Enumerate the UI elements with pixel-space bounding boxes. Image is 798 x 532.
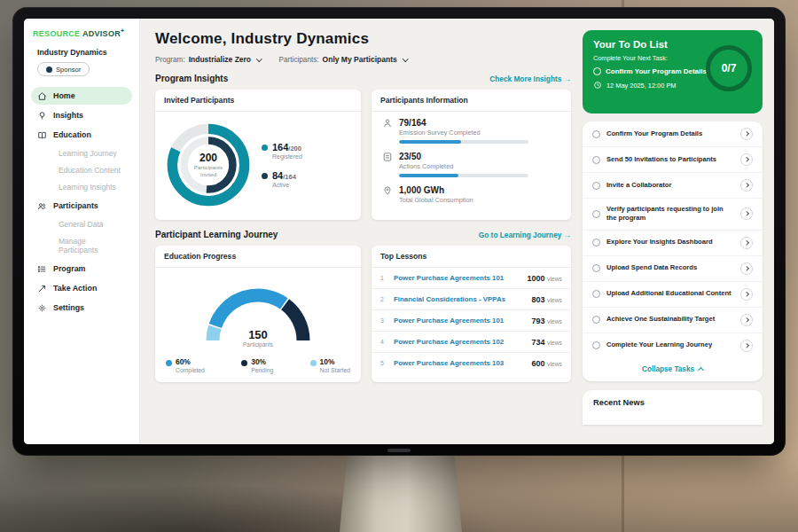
checkbox-icon[interactable] bbox=[592, 130, 600, 138]
legend-value: 30% bbox=[251, 357, 273, 366]
checkbox-icon[interactable] bbox=[592, 341, 600, 349]
lesson-link[interactable]: Power Purchase Agreements 101 bbox=[394, 317, 525, 325]
checkbox-icon[interactable] bbox=[593, 67, 601, 75]
sidebar-item-insights[interactable]: Insights bbox=[31, 106, 132, 124]
legend-dot bbox=[241, 360, 247, 366]
task-row[interactable]: Complete Your Learning Journey bbox=[583, 333, 763, 358]
sidebar-item-program[interactable]: Program bbox=[31, 260, 132, 278]
collapse-tasks-link[interactable]: Collapse Tasks bbox=[583, 358, 763, 381]
participants-filter[interactable]: Participants: Only My Participants bbox=[279, 55, 408, 64]
task-row[interactable]: Send 50 Invitations to Participants bbox=[583, 147, 763, 173]
task-row[interactable]: Explore Your Insights Dashboard bbox=[583, 231, 763, 256]
monitor-bezel: RESOURCE ADVISOR+ Industry Dynamics Spon… bbox=[12, 7, 786, 456]
lesson-views: 600 bbox=[531, 359, 544, 368]
sidebar-item-participants[interactable]: Participants bbox=[31, 197, 132, 215]
chevron-right-icon bbox=[744, 131, 748, 136]
task-chevron-button[interactable] bbox=[740, 340, 753, 352]
legend-dot bbox=[262, 145, 268, 151]
lesson-link[interactable]: Financial Considerations - VPPAs bbox=[394, 295, 525, 303]
right-panel: Your To Do List Complete Your Next Task:… bbox=[583, 19, 774, 444]
task-chevron-button[interactable] bbox=[740, 262, 753, 275]
check-more-insights-link[interactable]: Check More Insights → bbox=[489, 74, 571, 83]
sidebar-item-label: Take Action bbox=[53, 284, 97, 293]
person-icon bbox=[382, 118, 393, 144]
task-row[interactable]: Upload Spend Data Records bbox=[583, 256, 763, 282]
checkbox-icon[interactable] bbox=[592, 239, 600, 246]
legend-label: Pending bbox=[251, 367, 273, 373]
task-chevron-button[interactable] bbox=[740, 207, 753, 220]
participants-icon bbox=[37, 201, 47, 211]
task-chevron-button[interactable] bbox=[740, 128, 753, 140]
task-row[interactable]: Invite a Collaborator bbox=[583, 173, 763, 199]
task-chevron-button[interactable] bbox=[740, 314, 753, 326]
task-chevron-button[interactable] bbox=[740, 179, 753, 192]
program-filter-value: Industrialize Zero bbox=[189, 55, 251, 64]
task-row[interactable]: Confirm Your Program Details bbox=[583, 121, 763, 147]
sidebar-item-label: Settings bbox=[53, 303, 84, 312]
checkbox-icon[interactable] bbox=[592, 210, 600, 218]
task-label: Upload Spend Data Records bbox=[606, 263, 734, 272]
lesson-link[interactable]: Power Purchase Agreements 101 bbox=[394, 274, 520, 282]
education-icon bbox=[37, 130, 47, 140]
section-title-program-insights: Program Insights bbox=[155, 74, 228, 83]
sponsor-badge[interactable]: Sponsor bbox=[37, 62, 90, 76]
lesson-link[interactable]: Power Purchase Agreements 102 bbox=[394, 338, 525, 346]
sidebar-item-learning-journey[interactable]: Learning Journey bbox=[31, 145, 132, 161]
task-row[interactable]: Achieve One Sustainability Target bbox=[583, 308, 763, 333]
task-chevron-button[interactable] bbox=[740, 153, 753, 166]
sidebar-item-label: Participants bbox=[53, 201, 98, 210]
sidebar-item-manage-participants[interactable]: Manage Participants bbox=[31, 233, 132, 258]
task-row[interactable]: Verify participants requesting to join t… bbox=[583, 199, 763, 231]
todo-next-task[interactable]: Confirm Your Program Details bbox=[593, 67, 710, 75]
checkbox-icon[interactable] bbox=[592, 316, 600, 324]
legend-value: 84 bbox=[272, 170, 283, 181]
checkbox-icon[interactable] bbox=[592, 290, 600, 298]
legend-value: 60% bbox=[176, 357, 205, 366]
todo-progress-ring: 0/7 bbox=[706, 45, 752, 91]
legend-registered: 164/200 Registered bbox=[262, 142, 302, 160]
legend-value: 10% bbox=[320, 357, 350, 366]
collapse-label: Collapse Tasks bbox=[642, 365, 694, 373]
task-row[interactable]: Upload Additional Educational Content bbox=[583, 282, 763, 308]
go-to-learning-journey-link[interactable]: Go to Learning Journey → bbox=[479, 231, 571, 239]
lesson-views: 734 bbox=[531, 338, 544, 347]
task-chevron-button[interactable] bbox=[740, 237, 753, 249]
filter-bar: Program: Industrialize Zero Participants… bbox=[155, 55, 571, 64]
sidebar-item-settings[interactable]: Settings bbox=[31, 299, 132, 317]
lesson-rank: 2 bbox=[380, 296, 387, 302]
sidebar-item-education-content[interactable]: Education Content bbox=[31, 162, 132, 178]
lesson-views: 793 bbox=[531, 317, 544, 325]
invited-participants-card: Invited Participants bbox=[155, 90, 361, 220]
lesson-rank: 3 bbox=[380, 317, 387, 324]
sidebar-item-label: Program bbox=[53, 264, 86, 273]
sidebar-item-home[interactable]: Home bbox=[31, 87, 132, 105]
legend-pending: 30%Pending bbox=[241, 357, 273, 373]
checklist-icon bbox=[382, 152, 393, 177]
sidebar-item-education[interactable]: Education bbox=[31, 126, 132, 144]
legend-active: 84/164 Active bbox=[262, 170, 302, 188]
chevron-right-icon bbox=[744, 292, 748, 296]
legend-label: Registered bbox=[272, 153, 302, 160]
sidebar-item-general-data[interactable]: General Data bbox=[31, 216, 132, 232]
stat-value: 1,000 GWh bbox=[399, 185, 473, 195]
sponsor-badge-label: Sponsor bbox=[56, 66, 81, 74]
lesson-views-label: views bbox=[547, 340, 562, 346]
lesson-link[interactable]: Power Purchase Agreements 103 bbox=[394, 359, 525, 367]
lesson-row: 1 Power Purchase Agreements 101 1000 vie… bbox=[372, 268, 571, 289]
task-chevron-button[interactable] bbox=[740, 288, 753, 301]
sidebar-item-learning-insights[interactable]: Learning Insights bbox=[31, 179, 132, 195]
pin-icon bbox=[382, 185, 393, 204]
donut-chart: 200 Participants Invited bbox=[162, 119, 254, 211]
program-filter-label: Program: bbox=[155, 56, 185, 64]
program-filter[interactable]: Program: Industrialize Zero bbox=[155, 55, 262, 64]
checkbox-icon[interactable] bbox=[592, 156, 600, 164]
donut-legend: 164/200 Registered 84/164 Active bbox=[262, 142, 302, 188]
checkbox-icon[interactable] bbox=[592, 264, 600, 272]
main-area: Welcome, Industry Dynamics Program: Indu… bbox=[140, 19, 774, 444]
participants-information-card: Participants Information 79/164 Emission… bbox=[372, 90, 571, 220]
photo-background: RESOURCE ADVISOR+ Industry Dynamics Spon… bbox=[0, 0, 798, 532]
app-logo: RESOURCE ADVISOR+ bbox=[24, 27, 139, 38]
sidebar-item-take-action[interactable]: Take Action bbox=[31, 279, 132, 297]
chevron-right-icon bbox=[744, 266, 748, 270]
checkbox-icon[interactable] bbox=[592, 182, 600, 190]
